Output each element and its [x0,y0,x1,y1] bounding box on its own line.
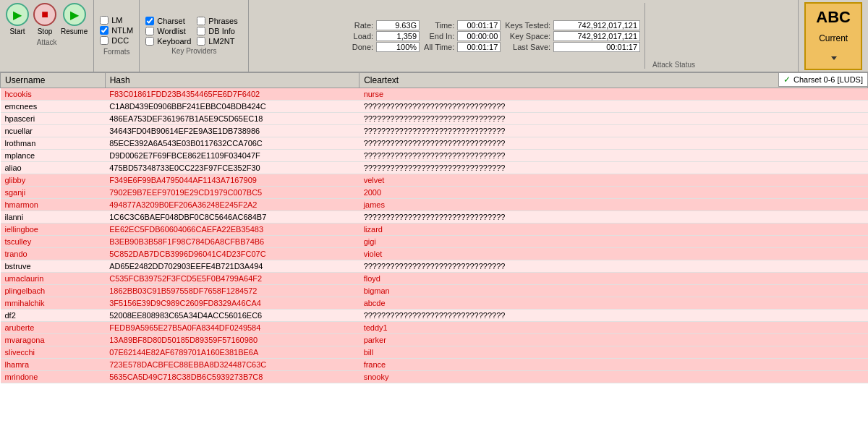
resume-icon [70,8,79,22]
cleartext-cell: abcde [359,297,868,310]
cleartext-cell: gigi [359,236,868,248]
cleartext-cell: ???????????????????????????????? [359,125,868,137]
alltime-label: All Time: [424,43,454,51]
toolbar: Start Stop Resume Attack LM NTL [0,0,868,72]
username-cell: umaclaurin [1,273,106,285]
cleartext-cell: bill [359,346,868,359]
cleartext-cell: ???????????????????????????????? [359,162,868,174]
table-header: Username Hash Cleartext [1,73,868,88]
phrases-checkbox[interactable] [197,17,205,25]
time-label: Time: [424,21,454,30]
charset-checkbox[interactable] [145,17,154,25]
cleartext-cell: lizard [359,224,868,236]
table-row: umaclaurinC535FCB39752F3FCD5E5F0B4799A64… [1,273,868,285]
hash-cell: 494877A3209B0EF206A36248E245F2A2 [105,199,359,211]
start-label: Start [9,27,25,35]
cleartext-cell: ???????????????????????????????? [359,101,868,113]
username-cell: mrindone [1,371,106,383]
lm2nt-checkbox[interactable] [197,37,205,46]
table-row: trando5C852DAB7DCB3996D96041C4D23FC07Cvi… [1,248,868,260]
username-cell: lhamra [1,359,106,371]
hash-cell: 723E578DACBFEC88EBBA8D324487C63C [105,359,359,371]
play-icon [13,8,22,22]
load-label: Load: [352,32,373,41]
hash-cell: B3EB90B3B58F1F98C784D6A8CFBB74B6 [105,236,359,248]
col-hash: Hash [105,73,359,88]
alltime-value: 00:01:17 [457,42,501,52]
lastsave-value: 00:01:17 [553,42,640,52]
attack-status-label: Attack Status [652,61,695,69]
dcc-checkbox[interactable] [100,36,109,45]
table-row: slivecchi07E62144E82AF6789701A160E381BE6… [1,346,868,359]
cleartext-cell: velvet [359,174,868,187]
username-cell: tsculley [1,236,106,248]
username-cell: mmihalchik [1,297,106,310]
cleartext-cell: violet [359,248,868,260]
attack-section: Start Stop Resume Attack [0,0,94,72]
wordlist-checkbox[interactable] [145,27,154,35]
keyboard-label: Keyboard [157,37,191,46]
abc-current-section: ABC Current [799,0,868,72]
hash-cell: 5C852DAB7DCB3996D96041C4D23FC07C [105,248,359,260]
dropdown-arrow-icon [831,56,837,60]
dbinfo-checkbox[interactable] [197,27,205,35]
hash-cell: 5635CA5D49C718C38DB6C5939273B7C8 [105,371,359,383]
hash-cell: 34643FD04B90614EF2E9A3E1DB738986 [105,125,359,137]
table-row: glibbyF349E6F99BA4795044AF1143A7167909ve… [1,174,868,187]
rate-value: 9.63G [376,20,420,30]
cleartext-cell: james [359,199,868,211]
key-providers-label: Key Providers [145,47,242,55]
keyspace-label: Key Space: [505,32,550,41]
cleartext-cell: snooky [359,371,868,383]
table-row: iellingboeEE62EC5FDB60604066CAEFA22EB354… [1,224,868,236]
attack-status-section: Rate: 9.63G Load: 1,359 Done: 100% Time:… [249,0,799,72]
done-label: Done: [352,43,373,51]
username-cell: iellingboe [1,224,106,236]
table-row: emcneesC1A8D439E0906BBF241EBBC04BDB424C?… [1,101,868,113]
username-cell: hpasceri [1,113,106,125]
table-row: aruberteFEDB9A5965E27B5A0FA8344DF0249584… [1,322,868,334]
dbinfo-label: DB Info [208,27,235,35]
hash-cell: 1C6C3C6BAEF048DBF0C8C5646AC684B7 [105,211,359,224]
table-row: mvaragona13A89BF8D80D50185D89359F5716098… [1,334,868,346]
keyboard-checkbox[interactable] [145,37,154,46]
resume-button[interactable]: Resume [61,3,88,35]
key-providers-section: Charset Phrases Wordlist DB Info Keyboar… [140,0,249,72]
cleartext-cell: ???????????????????????????????? [359,310,868,322]
data-table: Username Hash Cleartext hcookisF83C01861… [0,72,868,383]
table-row: ilanni1C6C3C6BAEF048DBF0C8C5646AC684B7??… [1,211,868,224]
ntlm-checkbox[interactable] [100,26,109,35]
abc-label: ABC [816,8,851,26]
username-cell: lrothman [1,137,106,150]
table-row: hpasceri486EA753DEF361967B1A5E9C5D65EC18… [1,113,868,125]
table-row: hmarmon494877A3209B0EF206A36248E245F2A2j… [1,199,868,211]
formats-section: LM NTLM DCC Formats [94,0,140,72]
phrases-label: Phrases [208,17,237,25]
charset-dropdown[interactable]: ✓ Charset 0-6 [LUDS] [778,72,868,87]
col-username: Username [1,73,106,88]
hash-cell: F83C01861FDD23B4354465FE6D7F6402 [105,88,359,101]
resume-label: Resume [61,27,88,35]
hash-cell: 475BD57348733E0CC223F97FCE352F30 [105,162,359,174]
cleartext-cell: floyd [359,273,868,285]
table-row: mmihalchik3F5156E39D9C989C2609FD8329A46C… [1,297,868,310]
hash-cell: 486EA753DEF361967B1A5E9C5D65EC18 [105,113,359,125]
lm-checkbox[interactable] [100,16,109,25]
endin-value: 00:00:00 [457,31,501,41]
ntlm-label: NTLM [111,26,133,35]
stop-label: Stop [38,27,53,35]
load-value: 1,359 [376,31,420,41]
username-cell: ilanni [1,211,106,224]
hash-cell: 1862BB03C91B597558DF7658F1284572 [105,285,359,297]
start-button[interactable]: Start [6,3,29,35]
abc-button[interactable]: ABC Current [804,2,862,70]
checkmark-icon: ✓ [783,75,791,85]
username-cell: emcnees [1,101,106,113]
hash-cell: AD65E2482DD702903EEFE4B721D3A494 [105,260,359,273]
attack-section-label: Attack [37,38,57,46]
cleartext-cell: teddy1 [359,322,868,334]
hash-cell: F349E6F99BA4795044AF1143A7167909 [105,174,359,187]
username-cell: mplance [1,150,106,162]
stop-button[interactable]: Stop [33,3,56,35]
username-cell: hmarmon [1,199,106,211]
